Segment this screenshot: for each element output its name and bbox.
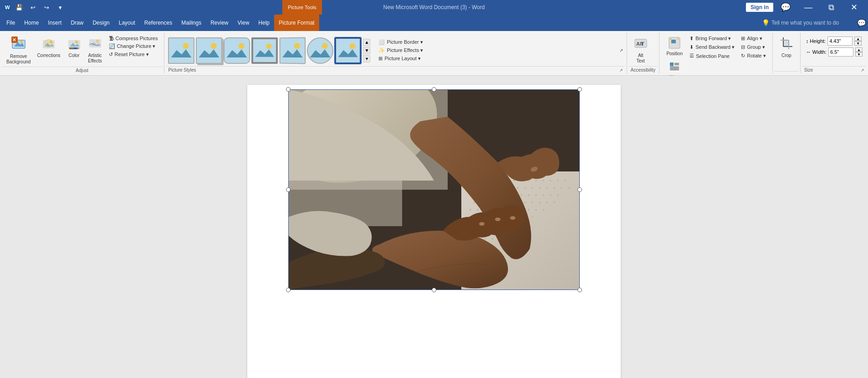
menu-help[interactable]: Help: [254, 15, 274, 31]
svg-point-14: [96, 40, 99, 42]
handle-top-center[interactable]: [432, 87, 436, 92]
picture-style-2[interactable]: [196, 37, 222, 64]
menu-insert[interactable]: Insert: [43, 15, 66, 31]
position-button[interactable]: Position: [663, 35, 686, 58]
compress-pictures-button[interactable]: 🗜 Compress Pictures: [106, 35, 161, 42]
menu-mailings[interactable]: Mailings: [177, 15, 206, 31]
change-pic-icon: 🔄: [109, 43, 115, 49]
adjust-group-label: Adjust: [2, 67, 162, 74]
handle-middle-right[interactable]: [577, 187, 582, 192]
handle-bottom-right[interactable]: [577, 288, 582, 292]
menu-home[interactable]: Home: [20, 15, 43, 31]
restore-button[interactable]: ⧉: [821, 0, 842, 15]
menu-layout[interactable]: Layout: [114, 15, 140, 31]
picture-style-7-active[interactable]: [335, 37, 361, 64]
handle-top-right[interactable]: [577, 87, 582, 92]
picture-styles-expand[interactable]: ↗: [619, 48, 623, 53]
picture-style-4[interactable]: [251, 37, 278, 64]
picture-border-label: Picture Border ▾: [387, 39, 423, 45]
menu-review[interactable]: Review: [206, 15, 233, 31]
remove-background-button[interactable]: ✕ RemoveBackground: [4, 35, 33, 67]
height-label: ↕ Height:: [806, 38, 826, 44]
artistic-effects-label: ArtisticEffects: [88, 53, 102, 64]
align-button[interactable]: ⊞ Align ▾: [738, 35, 768, 42]
gallery-scroll-down[interactable]: ▼: [363, 47, 370, 54]
send-backward-label: Send Backward ▾: [695, 44, 735, 50]
svg-point-79: [568, 187, 570, 189]
handle-bottom-center[interactable]: [432, 288, 436, 292]
corrections-button[interactable]: Corrections: [34, 35, 63, 60]
compress-icon: 🗜: [109, 36, 114, 41]
minimize-button[interactable]: —: [798, 0, 819, 15]
svg-rect-34: [670, 38, 672, 40]
picture-style-3[interactable]: [224, 37, 250, 64]
selection-pane-button[interactable]: ☰ Selection Pane: [687, 52, 737, 60]
group-button[interactable]: ⊟ Group ▾: [738, 43, 768, 51]
size-expand-icon[interactable]: ↗: [861, 68, 864, 72]
selected-image-container[interactable]: [288, 89, 580, 290]
picture-border-button[interactable]: ⬜ Picture Border ▾: [376, 38, 426, 46]
qat-more-button[interactable]: ▾: [55, 2, 66, 13]
style-gallery: [168, 37, 361, 64]
tell-me-input[interactable]: [771, 20, 853, 26]
menu-bar: File Home Insert Draw Design Layout Refe…: [0, 15, 868, 31]
color-button[interactable]: Color: [64, 35, 84, 60]
height-down[interactable]: ▼: [854, 41, 862, 46]
change-picture-button[interactable]: 🔄 Change Picture ▾: [106, 42, 161, 50]
menu-file[interactable]: File: [2, 15, 20, 31]
save-button[interactable]: 💾: [14, 2, 25, 13]
handle-bottom-left[interactable]: [286, 288, 291, 292]
height-up[interactable]: ▲: [854, 36, 862, 41]
picture-styles-expand-icon[interactable]: ↗: [619, 68, 623, 72]
menu-references[interactable]: References: [140, 15, 177, 31]
svg-point-72: [517, 187, 519, 189]
picture-effects-label: Picture Effects ▾: [387, 47, 423, 53]
sign-in-button[interactable]: Sign in: [746, 3, 773, 12]
redo-button[interactable]: ↪: [41, 2, 52, 13]
svg-rect-27: [336, 39, 360, 62]
undo-button[interactable]: ↩: [27, 2, 38, 13]
menu-picture-format[interactable]: Picture Format: [274, 15, 319, 31]
handle-middle-left[interactable]: [286, 187, 291, 192]
menu-design[interactable]: Design: [88, 15, 114, 31]
ribbon-group-crop: Crop: [773, 33, 801, 73]
crop-button[interactable]: Crop: [776, 35, 797, 60]
gallery-scroll-up[interactable]: ▲: [363, 39, 370, 46]
svg-point-28: [350, 43, 356, 49]
svg-point-76: [546, 187, 548, 189]
height-input[interactable]: [827, 36, 853, 46]
chat-icon[interactable]: 💬: [775, 0, 796, 15]
svg-point-158: [510, 216, 516, 220]
svg-point-20: [239, 43, 245, 49]
gallery-more[interactable]: ▾: [363, 55, 370, 62]
width-down[interactable]: ▼: [855, 52, 863, 57]
close-button[interactable]: ✕: [843, 0, 864, 15]
corrections-label: Corrections: [37, 53, 60, 58]
picture-effects-button[interactable]: ✨ Picture Effects ▾: [376, 47, 426, 54]
menu-draw[interactable]: Draw: [66, 15, 88, 31]
ribbon-group-size: ↕ Height: ▲ ▼ ↔ Width: ▲ ▼: [801, 33, 868, 73]
svg-rect-17: [197, 38, 221, 63]
send-backward-button[interactable]: ⬇ Send Backward ▾: [687, 43, 737, 51]
rotate-button[interactable]: ↻ Rotate ▾: [738, 52, 768, 60]
bring-forward-button[interactable]: ⬆ Bring Forward ▾: [687, 35, 737, 42]
alt-text-button[interactable]: Alt T AltText: [631, 35, 651, 66]
svg-point-157: [495, 217, 500, 221]
share-button[interactable]: 💬: [857, 19, 866, 27]
width-up[interactable]: ▲: [855, 47, 863, 52]
picture-style-1[interactable]: [168, 37, 194, 64]
width-input-row: ↔ Width: ▲ ▼: [806, 47, 863, 57]
tell-me-area[interactable]: 💡: [762, 19, 853, 26]
svg-point-62: [542, 180, 544, 181]
width-input[interactable]: [828, 47, 853, 57]
compress-label: Compress Pictures: [116, 36, 158, 41]
handle-top-left[interactable]: [286, 87, 291, 92]
document-area: [0, 76, 868, 378]
artistic-effects-button[interactable]: ArtisticEffects: [85, 35, 105, 66]
picture-style-5[interactable]: [280, 37, 306, 64]
reset-picture-button[interactable]: ↺ Reset Picture ▾: [106, 51, 161, 58]
picture-style-6[interactable]: [307, 37, 333, 64]
menu-view[interactable]: View: [233, 15, 254, 31]
picture-layout-button[interactable]: ⊞ Picture Layout ▾: [376, 55, 426, 62]
wrap-text-icon: [668, 60, 681, 74]
